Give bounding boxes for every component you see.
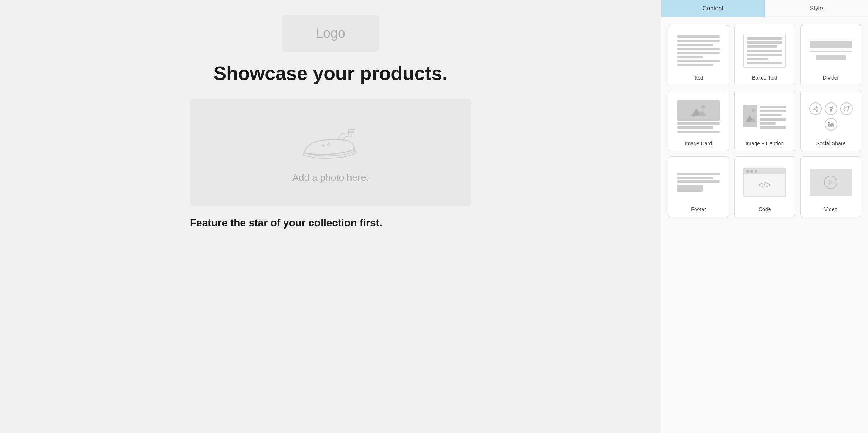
tab-content[interactable]: Content: [661, 0, 765, 17]
preview-line: [747, 50, 782, 52]
preview-line: [760, 106, 786, 108]
code-body: </>: [744, 174, 785, 196]
preview-line: [747, 58, 768, 60]
preview-line: [747, 37, 782, 40]
preview-line: [677, 126, 713, 129]
svg-line-17: [814, 107, 816, 108]
social-share-preview: [804, 96, 857, 137]
content-item-label: Boxed Text: [752, 75, 777, 81]
svg-point-10: [752, 109, 755, 112]
preview-line: [677, 122, 719, 125]
svg-line-16: [814, 109, 816, 110]
preview-line: [677, 48, 719, 50]
preview-line: [760, 126, 786, 129]
preview-line: [677, 64, 713, 66]
preview-line: [747, 41, 782, 44]
sidebar: Content Style Text: [661, 0, 868, 433]
content-item-label: Code: [759, 206, 771, 212]
image-card-preview: [672, 96, 725, 137]
code-titlebar: [744, 169, 785, 174]
divider-preview: [804, 30, 857, 71]
preview-line: [677, 177, 713, 179]
preview-line: [677, 173, 719, 175]
social-icons: [804, 102, 857, 131]
content-item-text[interactable]: Text: [668, 25, 729, 85]
image-caption-preview: [738, 96, 791, 137]
preview-line: [760, 118, 786, 121]
image-card-visual: [677, 100, 719, 133]
svg-rect-18: [828, 124, 830, 126]
facebook-icon: [825, 102, 837, 115]
canvas-area: Logo Showcase your products. Ad: [0, 0, 661, 433]
divider-rect2: [816, 55, 845, 60]
footer-lines: [677, 173, 719, 183]
code-visual: </>: [743, 168, 786, 197]
content-grid: Text Boxed Text: [661, 17, 868, 224]
canvas-content: Logo Showcase your products. Ad: [190, 15, 471, 229]
preview-line: [677, 60, 719, 62]
content-item-social-share[interactable]: Social Share: [800, 91, 861, 151]
preview-line: [677, 56, 703, 58]
code-dot: [750, 170, 753, 173]
footer-rect: [677, 185, 703, 192]
content-item-footer[interactable]: Footer: [668, 156, 729, 217]
share-icon: [809, 102, 822, 115]
video-preview: [804, 162, 857, 203]
preview-line: [747, 62, 782, 64]
preview-line: [747, 45, 777, 48]
content-item-label: Divider: [823, 75, 839, 81]
content-item-image-card[interactable]: Image Card: [668, 91, 729, 151]
content-item-label: Video: [824, 206, 838, 212]
play-svg: [828, 180, 833, 185]
photo-placeholder[interactable]: Add a photo here.: [190, 99, 471, 206]
content-item-boxed-text[interactable]: Boxed Text: [734, 25, 795, 85]
code-dot: [746, 170, 749, 173]
content-item-video[interactable]: Video: [800, 156, 861, 217]
preview-line: [760, 122, 775, 125]
content-item-code[interactable]: </> Code: [734, 156, 795, 217]
caption-mountain-icon: [745, 107, 756, 125]
preview-line: [677, 52, 719, 54]
share-svg: [812, 105, 819, 112]
svg-point-6: [701, 105, 705, 109]
tab-style[interactable]: Style: [765, 0, 868, 17]
content-item-label: Text: [694, 75, 703, 81]
video-visual: [810, 169, 852, 196]
boxed-text-preview: [738, 30, 791, 71]
divider-line: [810, 51, 852, 52]
logo-placeholder[interactable]: Logo: [282, 15, 379, 52]
preview-line: [747, 54, 782, 56]
twitter-icon: [840, 102, 853, 115]
feature-text: Feature the star of your collection firs…: [190, 217, 471, 229]
content-item-label: Social Share: [816, 141, 845, 146]
shoe-icon: [294, 122, 367, 166]
divider-visual: [810, 41, 852, 60]
logo-text: Logo: [316, 26, 345, 41]
content-item-divider[interactable]: Divider: [800, 25, 861, 85]
twitter-svg: [844, 106, 850, 112]
svg-point-1: [328, 144, 330, 146]
play-button-icon: [824, 176, 837, 189]
text-lines-preview: [677, 35, 719, 66]
image-caption-visual: [743, 105, 786, 129]
linkedin-svg: [828, 121, 834, 127]
content-item-label: Footer: [691, 206, 706, 212]
preview-line: [677, 131, 719, 133]
footer-visual: [677, 173, 719, 192]
content-item-image-caption[interactable]: Image + Caption: [734, 91, 795, 151]
boxed-preview: [743, 34, 786, 68]
mountain-icon: [689, 103, 708, 118]
caption-lines: [760, 105, 786, 129]
headline: Showcase your products.: [190, 63, 471, 84]
svg-marker-20: [829, 180, 832, 185]
preview-line: [677, 35, 719, 38]
facebook-svg: [828, 106, 834, 112]
photo-label: Add a photo here.: [292, 172, 369, 183]
image-rect: [677, 100, 719, 121]
svg-point-0: [322, 145, 324, 147]
code-dot: [755, 170, 757, 173]
preview-line: [760, 110, 786, 112]
preview-line: [760, 114, 782, 116]
preview-line: [677, 40, 719, 42]
footer-preview: [672, 162, 725, 203]
